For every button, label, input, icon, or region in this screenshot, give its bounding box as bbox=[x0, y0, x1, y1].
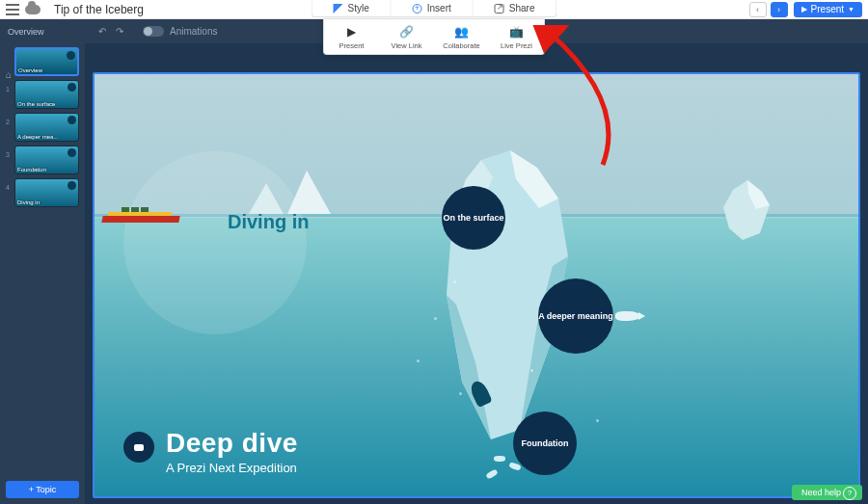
thumb-overview[interactable]: Overview bbox=[14, 47, 79, 76]
bubble-dot bbox=[459, 392, 462, 395]
sidebar: Overview ⌂ Overview 1 On the surface 2 A… bbox=[0, 19, 85, 504]
thumb-label: Diving in bbox=[17, 199, 40, 205]
bubble-dot bbox=[596, 419, 599, 422]
share-icon bbox=[495, 4, 504, 13]
topic-deeper[interactable]: A deeper meaning bbox=[538, 279, 613, 354]
tab-style[interactable]: Style bbox=[312, 0, 392, 16]
bubble-dot bbox=[453, 280, 456, 283]
need-help-button[interactable]: Need help bbox=[792, 485, 862, 500]
logo-icon bbox=[123, 432, 154, 463]
broadcast-icon: 📺 bbox=[509, 25, 525, 39]
thumb-slide-4[interactable]: Diving in bbox=[14, 178, 79, 207]
thumb-slide-2[interactable]: A deeper mea... bbox=[14, 113, 79, 142]
need-help-label: Need help bbox=[801, 488, 841, 497]
nav-forward-button[interactable]: › bbox=[771, 2, 788, 17]
bubble-dot bbox=[530, 369, 533, 372]
toggle-icon bbox=[143, 26, 164, 37]
topic-surface[interactable]: On the surface bbox=[442, 186, 505, 250]
style-icon bbox=[334, 4, 343, 13]
thumb-label: Foundation bbox=[17, 167, 46, 172]
people-icon: 👥 bbox=[454, 25, 470, 39]
topic-deeper-label: A deeper meaning bbox=[538, 311, 613, 322]
fish-icon bbox=[494, 456, 505, 462]
menu-icon[interactable] bbox=[6, 4, 19, 15]
boat-illustration bbox=[102, 205, 189, 223]
thumb-index: 3 bbox=[6, 151, 12, 158]
topic-foundation-label: Foundation bbox=[522, 438, 569, 448]
tab-share[interactable]: Share bbox=[474, 0, 556, 16]
presentation-subtitle[interactable]: A Prezi Next Expedition bbox=[166, 461, 298, 475]
iceberg-small bbox=[714, 180, 781, 248]
thumb-index: 2 bbox=[6, 119, 12, 125]
bubble-dot bbox=[434, 317, 437, 320]
mountain-icon bbox=[249, 183, 284, 214]
sidebar-overview-label[interactable]: Overview bbox=[0, 27, 52, 37]
sidebar-header: Overview bbox=[0, 19, 85, 43]
app-body: Overview ⌂ Overview 1 On the surface 2 A… bbox=[0, 19, 868, 504]
topic-foundation[interactable]: Foundation bbox=[513, 411, 577, 475]
share-option-liveprezi[interactable]: 📺 Live Prezi bbox=[489, 19, 544, 54]
thumbnail-list: ⌂ Overview 1 On the surface 2 A deeper m… bbox=[0, 43, 85, 473]
undo-button[interactable]: ↶ bbox=[98, 26, 106, 37]
add-topic-button[interactable]: + Topic bbox=[6, 481, 79, 498]
stage: ↶ ↷ Animations bbox=[85, 19, 868, 504]
fish-icon bbox=[615, 311, 640, 321]
svg-marker-0 bbox=[723, 180, 770, 240]
play-icon: ▶ bbox=[344, 25, 360, 39]
share-option-live-label: Live Prezi bbox=[491, 41, 542, 50]
thumb-label: On the surface bbox=[17, 101, 55, 107]
share-option-present-label: Present bbox=[326, 41, 377, 50]
share-option-present[interactable]: ▶ Present bbox=[324, 19, 379, 54]
animations-toggle[interactable]: Animations bbox=[143, 26, 217, 37]
share-option-collaborate[interactable]: 👥 Collaborate bbox=[434, 19, 489, 54]
home-icon[interactable]: ⌂ bbox=[6, 69, 12, 80]
diving-circle-bg bbox=[123, 151, 307, 334]
bubble-dot bbox=[417, 359, 420, 362]
insert-icon bbox=[413, 4, 422, 13]
thumb-index: 1 bbox=[6, 86, 12, 93]
share-dropdown: ▶ Present 🔗 View Link 👥 Collaborate 📺 Li… bbox=[323, 19, 545, 55]
share-option-viewlink[interactable]: 🔗 View Link bbox=[379, 19, 434, 54]
main-tabs: Style Insert Share bbox=[312, 0, 557, 17]
tab-share-label: Share bbox=[509, 3, 535, 13]
tab-style-label: Style bbox=[348, 3, 369, 13]
diving-in-label[interactable]: Diving in bbox=[228, 211, 309, 233]
cloud-sync-icon[interactable] bbox=[25, 5, 41, 14]
thumb-label: A deeper mea... bbox=[17, 134, 58, 140]
animations-label: Animations bbox=[170, 26, 217, 37]
thumb-label: Overview bbox=[18, 67, 42, 73]
thumb-slide-1[interactable]: On the surface bbox=[14, 80, 79, 109]
present-button[interactable]: Present bbox=[794, 2, 862, 17]
presentation-title[interactable]: Deep dive bbox=[166, 428, 298, 459]
tab-insert[interactable]: Insert bbox=[392, 0, 474, 16]
nav-back-button[interactable]: ‹ bbox=[749, 2, 767, 17]
canvas-container: Diving in On the surface A deeper meanin… bbox=[85, 43, 868, 504]
share-option-collab-label: Collaborate bbox=[436, 41, 487, 50]
thumb-index: 4 bbox=[6, 184, 12, 191]
thumb-slide-3[interactable]: Foundation bbox=[14, 146, 79, 174]
sidebar-footer: + Topic bbox=[0, 473, 85, 504]
share-option-viewlink-label: View Link bbox=[381, 41, 432, 50]
tab-insert-label: Insert bbox=[427, 3, 451, 13]
canvas[interactable]: Diving in On the surface A deeper meanin… bbox=[93, 72, 860, 498]
topic-surface-label: On the surface bbox=[443, 213, 503, 223]
link-icon: 🔗 bbox=[399, 25, 415, 39]
mountain-icon bbox=[287, 171, 331, 214]
present-button-label: Present bbox=[811, 4, 844, 14]
title-block: Deep dive A Prezi Next Expedition bbox=[123, 428, 298, 475]
redo-button[interactable]: ↷ bbox=[116, 26, 123, 37]
